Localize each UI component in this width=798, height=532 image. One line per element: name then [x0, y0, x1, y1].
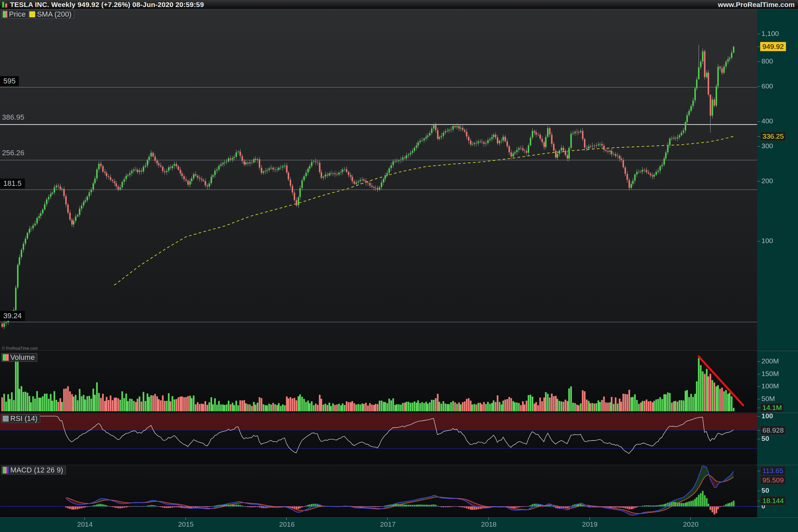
price-axis-tick: 400	[761, 117, 773, 125]
time-axis-year: 2019	[582, 520, 598, 528]
rsi-axis-tick: 50	[761, 435, 769, 442]
instrument-title: TESLA INC. Weekly 949.92 (+7.26%) 08-Jun…	[10, 1, 204, 8]
price-axis-tick: 800	[761, 57, 773, 65]
chart-canvas[interactable]	[0, 0, 798, 532]
rsi-pane-legend: RSI (14)	[1, 414, 40, 423]
price-axis-tick: 100	[761, 237, 773, 245]
sma-value-box: 336.25	[760, 132, 786, 141]
volume-legend-item[interactable]: Volume	[1, 353, 37, 362]
rsi-color-icon	[3, 416, 8, 422]
price-series-icon	[3, 11, 7, 18]
level-line-label: 386.95	[2, 113, 24, 122]
sma-legend-label: SMA (200)	[37, 11, 72, 18]
macd-hist-box: 18.144	[760, 496, 786, 506]
price-legend-label: Price	[9, 11, 25, 18]
website-link: www.ProRealTime.com	[718, 1, 795, 8]
title-bar: TESLA INC. Weekly 949.92 (+7.26%) 08-Jun…	[0, 0, 798, 9]
macd-pane-legend: MACD (12 26 9)	[1, 466, 66, 474]
volume-series-icon	[3, 354, 8, 361]
price-axis-tick: 300	[761, 142, 773, 150]
level-line-label: 39.24	[0, 311, 25, 321]
price-axis-tick: 600	[761, 82, 773, 90]
volume-axis-tick: 100M	[761, 382, 779, 390]
price-axis-tick: 200	[761, 177, 773, 185]
rsi-legend-label: RSI (14)	[10, 415, 38, 422]
volume-pane-legend: Volume	[1, 353, 37, 362]
macd-legend-label: MACD (12 26 9)	[10, 467, 63, 474]
price-pane-legend: Price SMA (200)	[1, 10, 74, 19]
sma-legend-item[interactable]: SMA (200)	[28, 10, 74, 19]
level-line-label: 256.26	[2, 149, 24, 157]
level-line-label: 181.5	[0, 178, 25, 189]
volume-last-box: 14.1M	[760, 403, 784, 412]
macd-color-icon	[3, 467, 8, 474]
macd-signal-box: 95.509	[760, 475, 786, 485]
rsi-last-box: 68.928	[760, 425, 786, 435]
time-axis-year: 2014	[77, 520, 93, 528]
prorealtime-watermark: © ProRealTime.com	[2, 346, 38, 351]
level-line-label: 595	[0, 76, 19, 86]
time-axis-year: 2018	[481, 520, 497, 528]
charting-workspace: { "title_bar": { "title": "TESLA INC. We…	[0, 0, 798, 532]
macd-legend-item[interactable]: MACD (12 26 9)	[1, 466, 66, 474]
last-price-box: 949.92	[760, 42, 786, 51]
time-axis-year: 2015	[178, 520, 194, 528]
volume-axis-tick: 50M	[761, 395, 775, 403]
time-axis-year: 2017	[380, 520, 396, 528]
price-axis-tick: 1,100	[761, 30, 779, 38]
volume-legend-label: Volume	[10, 354, 35, 361]
sma-color-icon	[29, 11, 35, 17]
volume-axis-tick: 150M	[761, 370, 779, 378]
macd-value-box: 113.65	[760, 466, 786, 475]
macd-axis-tick: 50	[761, 487, 769, 494]
price-legend-item[interactable]: Price	[1, 10, 28, 19]
candlestick-logo-icon	[2, 2, 7, 8]
time-axis-year: 2016	[279, 520, 294, 528]
rsi-legend-item[interactable]: RSI (14)	[1, 414, 40, 423]
volume-axis-tick: 200M	[761, 357, 779, 365]
rsi-axis-tick: 100	[761, 412, 773, 420]
time-axis-year: 2020	[683, 520, 699, 528]
